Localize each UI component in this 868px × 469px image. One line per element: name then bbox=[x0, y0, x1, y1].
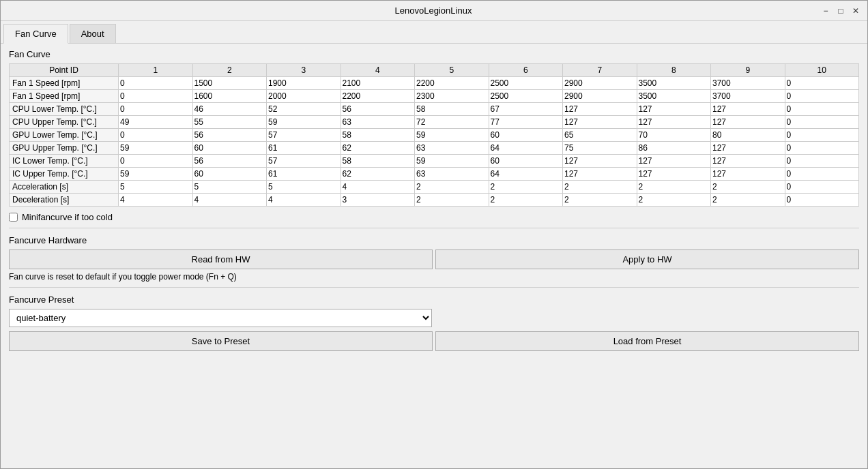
input-r5-c2[interactable] bbox=[267, 142, 341, 153]
input-r6-c0[interactable] bbox=[119, 155, 192, 166]
minifancurve-checkbox[interactable] bbox=[9, 213, 18, 222]
input-r9-c1[interactable] bbox=[193, 194, 267, 205]
input-r2-c7[interactable] bbox=[637, 104, 711, 115]
input-r5-c4[interactable] bbox=[415, 142, 489, 153]
input-r0-c1[interactable] bbox=[193, 78, 267, 89]
input-r0-c3[interactable] bbox=[341, 78, 415, 89]
input-r6-c4[interactable] bbox=[415, 155, 489, 166]
input-r0-c8[interactable] bbox=[711, 78, 785, 89]
input-r8-c3[interactable] bbox=[341, 181, 415, 192]
save-to-preset-button[interactable]: Save to Preset bbox=[9, 331, 433, 351]
input-r1-c5[interactable] bbox=[489, 91, 563, 102]
input-r2-c4[interactable] bbox=[415, 104, 489, 115]
input-r3-c1[interactable] bbox=[193, 117, 267, 127]
input-r5-c7[interactable] bbox=[637, 142, 711, 153]
input-r0-c7[interactable] bbox=[637, 78, 711, 89]
input-r4-c8[interactable] bbox=[711, 130, 785, 140]
input-r7-c9[interactable] bbox=[785, 168, 859, 179]
input-r4-c4[interactable] bbox=[415, 130, 489, 140]
input-r6-c3[interactable] bbox=[341, 155, 415, 166]
input-r6-c2[interactable] bbox=[267, 155, 341, 166]
input-r5-c3[interactable] bbox=[341, 142, 415, 153]
input-r7-c7[interactable] bbox=[637, 168, 711, 179]
input-r9-c3[interactable] bbox=[341, 194, 415, 205]
minimize-button[interactable]: − bbox=[820, 5, 832, 17]
input-r3-c2[interactable] bbox=[267, 117, 341, 127]
input-r3-c8[interactable] bbox=[711, 117, 785, 127]
input-r3-c3[interactable] bbox=[341, 117, 415, 127]
input-r3-c6[interactable] bbox=[563, 117, 637, 127]
input-r3-c4[interactable] bbox=[415, 117, 489, 127]
load-from-preset-button[interactable]: Load from Preset bbox=[435, 331, 859, 351]
input-r4-c1[interactable] bbox=[193, 130, 267, 140]
read-from-hw-button[interactable]: Read from HW bbox=[9, 249, 433, 269]
input-r4-c6[interactable] bbox=[563, 130, 637, 140]
input-r0-c5[interactable] bbox=[489, 78, 563, 89]
input-r5-c9[interactable] bbox=[785, 142, 859, 153]
input-r7-c8[interactable] bbox=[711, 168, 785, 179]
input-r7-c0[interactable] bbox=[119, 168, 192, 179]
apply-to-hw-button[interactable]: Apply to HW bbox=[435, 249, 859, 269]
input-r8-c0[interactable] bbox=[119, 181, 192, 192]
input-r2-c9[interactable] bbox=[785, 104, 859, 115]
input-r7-c1[interactable] bbox=[193, 168, 267, 179]
input-r0-c0[interactable] bbox=[119, 78, 192, 89]
input-r0-c9[interactable] bbox=[785, 78, 859, 89]
input-r9-c4[interactable] bbox=[415, 194, 489, 205]
input-r9-c0[interactable] bbox=[119, 194, 192, 205]
input-r8-c9[interactable] bbox=[785, 181, 859, 192]
input-r2-c2[interactable] bbox=[267, 104, 341, 115]
input-r4-c0[interactable] bbox=[119, 130, 192, 140]
preset-select[interactable]: quiet-batteryquiet-acbalanced-batterybal… bbox=[9, 309, 432, 327]
input-r6-c6[interactable] bbox=[563, 155, 637, 166]
input-r6-c7[interactable] bbox=[637, 155, 711, 166]
input-r7-c3[interactable] bbox=[341, 168, 415, 179]
input-r3-c0[interactable] bbox=[119, 117, 192, 127]
input-r9-c8[interactable] bbox=[711, 194, 785, 205]
input-r1-c0[interactable] bbox=[119, 91, 192, 102]
input-r9-c7[interactable] bbox=[637, 194, 711, 205]
input-r8-c8[interactable] bbox=[711, 181, 785, 192]
tab-about[interactable]: About bbox=[70, 24, 116, 43]
input-r2-c1[interactable] bbox=[193, 104, 267, 115]
input-r9-c5[interactable] bbox=[489, 194, 563, 205]
input-r4-c5[interactable] bbox=[489, 130, 563, 140]
input-r8-c5[interactable] bbox=[489, 181, 563, 192]
input-r2-c8[interactable] bbox=[711, 104, 785, 115]
input-r1-c9[interactable] bbox=[785, 91, 859, 102]
input-r5-c0[interactable] bbox=[119, 142, 192, 153]
input-r8-c6[interactable] bbox=[563, 181, 637, 192]
input-r8-c4[interactable] bbox=[415, 181, 489, 192]
input-r8-c1[interactable] bbox=[193, 181, 267, 192]
input-r3-c7[interactable] bbox=[637, 117, 711, 127]
input-r4-c9[interactable] bbox=[785, 130, 859, 140]
input-r3-c5[interactable] bbox=[489, 117, 563, 127]
input-r1-c4[interactable] bbox=[415, 91, 489, 102]
input-r1-c7[interactable] bbox=[637, 91, 711, 102]
input-r1-c3[interactable] bbox=[341, 91, 415, 102]
input-r1-c2[interactable] bbox=[267, 91, 341, 102]
input-r2-c6[interactable] bbox=[563, 104, 637, 115]
input-r6-c9[interactable] bbox=[785, 155, 859, 166]
input-r3-c9[interactable] bbox=[785, 117, 859, 127]
input-r4-c7[interactable] bbox=[637, 130, 711, 140]
input-r2-c0[interactable] bbox=[119, 104, 192, 115]
input-r4-c2[interactable] bbox=[267, 130, 341, 140]
input-r9-c2[interactable] bbox=[267, 194, 341, 205]
input-r1-c6[interactable] bbox=[563, 91, 637, 102]
restore-button[interactable]: □ bbox=[835, 5, 847, 17]
input-r2-c5[interactable] bbox=[489, 104, 563, 115]
input-r4-c3[interactable] bbox=[341, 130, 415, 140]
input-r0-c2[interactable] bbox=[267, 78, 341, 89]
input-r5-c5[interactable] bbox=[489, 142, 563, 153]
input-r9-c9[interactable] bbox=[785, 194, 859, 205]
close-button[interactable]: ✕ bbox=[850, 5, 862, 17]
input-r5-c6[interactable] bbox=[563, 142, 637, 153]
input-r8-c2[interactable] bbox=[267, 181, 341, 192]
input-r1-c8[interactable] bbox=[711, 91, 785, 102]
input-r6-c8[interactable] bbox=[711, 155, 785, 166]
input-r7-c6[interactable] bbox=[563, 168, 637, 179]
input-r1-c1[interactable] bbox=[193, 91, 267, 102]
input-r7-c4[interactable] bbox=[415, 168, 489, 179]
input-r9-c6[interactable] bbox=[563, 194, 637, 205]
